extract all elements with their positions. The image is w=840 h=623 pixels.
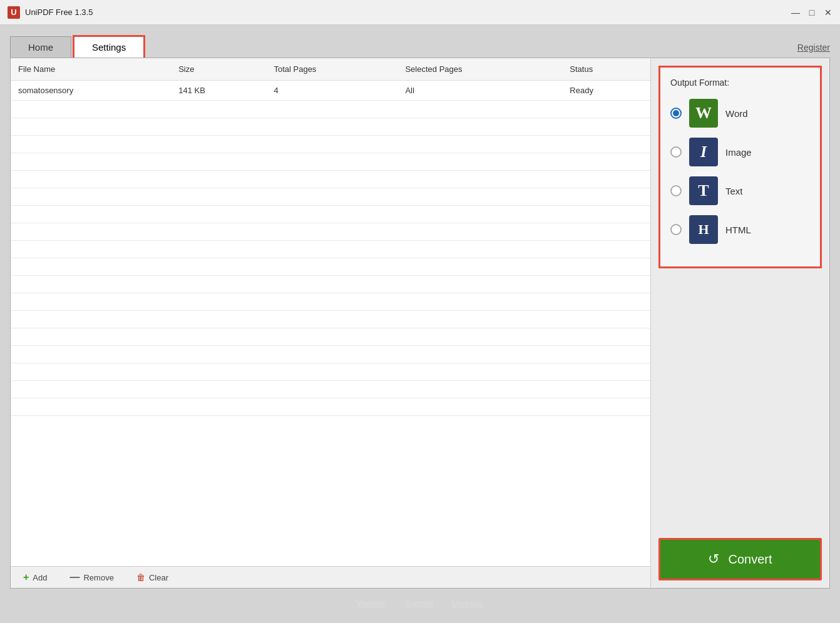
radio-image[interactable]: [670, 146, 682, 158]
right-panel: Output Format: W Word I Image: [651, 58, 829, 588]
cell-filename: somatosensory: [11, 81, 171, 101]
convert-label: Convert: [728, 552, 772, 567]
table-row-empty: [11, 398, 650, 416]
format-option-image[interactable]: I Image: [670, 138, 810, 166]
table-row-empty: [11, 363, 650, 381]
table-row-empty: [11, 171, 650, 188]
tab-home[interactable]: Home: [10, 36, 71, 58]
add-label: Add: [33, 573, 47, 582]
convert-button[interactable]: ↺ Convert: [658, 538, 822, 580]
inner-layout: File Name Size Total Pages Selected Page…: [11, 58, 829, 588]
format-option-text[interactable]: T Text: [670, 176, 810, 205]
format-label-word: Word: [725, 108, 748, 119]
radio-text[interactable]: [670, 185, 682, 196]
table-row-empty: [11, 381, 650, 398]
cell-selectedpages: All: [397, 81, 562, 101]
window-controls: — □ ✕: [790, 7, 834, 18]
bottom-toolbar: + Add — Remove 🗑 Clear: [11, 566, 650, 588]
remove-button[interactable]: — Remove: [64, 570, 118, 584]
table-row[interactable]: somatosensory 141 KB 4 All Ready: [11, 81, 650, 101]
file-table-wrapper: File Name Size Total Pages Selected Page…: [11, 58, 651, 588]
clear-button[interactable]: 🗑 Clear: [131, 570, 173, 584]
output-format-title: Output Format:: [670, 78, 810, 88]
format-option-word[interactable]: W Word: [670, 99, 810, 128]
radio-html[interactable]: [670, 224, 682, 235]
register-link[interactable]: Register: [797, 43, 830, 53]
app-icon: U: [8, 6, 20, 19]
radio-word[interactable]: [670, 108, 682, 119]
cell-totalpages: 4: [266, 81, 397, 101]
add-icon: +: [23, 572, 29, 583]
clear-icon: 🗑: [136, 572, 145, 582]
footer-website[interactable]: Website: [357, 599, 386, 608]
table-row-empty: [11, 118, 650, 136]
html-icon: H: [689, 215, 718, 244]
col-header-status: Status: [562, 58, 650, 81]
footer-support[interactable]: Support: [405, 599, 434, 608]
table-row-empty: [11, 223, 650, 241]
footer: Website Support Upgrade: [10, 589, 830, 613]
main-window: Home Settings Register File Name Size To…: [0, 25, 840, 623]
col-header-totalpages: Total Pages: [266, 58, 397, 81]
image-icon: I: [689, 138, 718, 166]
table-row-empty: [11, 328, 650, 346]
table-row-empty: [11, 188, 650, 206]
format-label-html: HTML: [725, 225, 751, 235]
table-row-empty: [11, 276, 650, 293]
clear-label: Clear: [149, 573, 168, 582]
table-row-empty: [11, 153, 650, 171]
text-icon: T: [689, 176, 718, 205]
app-title: UniPDF Free 1.3.5: [25, 8, 93, 17]
output-format-box: Output Format: W Word I Image: [658, 66, 822, 268]
format-label-text: Text: [725, 186, 743, 196]
table-row-empty: [11, 346, 650, 363]
cell-size: 141 KB: [171, 81, 266, 101]
format-option-html[interactable]: H HTML: [670, 215, 810, 244]
col-header-selectedpages: Selected Pages: [397, 58, 562, 81]
table-row-empty: [11, 101, 650, 118]
col-header-size: Size: [171, 58, 266, 81]
word-icon: W: [689, 99, 718, 128]
format-label-image: Image: [725, 147, 752, 158]
table-row-empty: [11, 258, 650, 276]
table-row-empty: [11, 206, 650, 223]
table-row-empty: [11, 293, 650, 311]
remove-label: Remove: [83, 573, 113, 582]
right-panel-spacer: [651, 276, 829, 532]
titlebar: U UniPDF Free 1.3.5 — □ ✕: [0, 0, 840, 25]
tab-settings[interactable]: Settings: [73, 35, 145, 58]
cell-status: Ready: [562, 81, 650, 101]
content-area: File Name Size Total Pages Selected Page…: [10, 58, 830, 589]
table-row-empty: [11, 241, 650, 258]
minimize-button[interactable]: —: [790, 7, 801, 18]
close-button[interactable]: ✕: [822, 7, 834, 18]
restore-button[interactable]: □: [806, 7, 817, 18]
table-row-empty: [11, 311, 650, 328]
remove-icon: —: [69, 572, 79, 583]
convert-btn-wrapper: ↺ Convert: [651, 532, 829, 588]
table-row-empty: [11, 136, 650, 153]
col-header-filename: File Name: [11, 58, 171, 81]
tab-bar: Home Settings Register: [10, 35, 830, 58]
footer-upgrade[interactable]: Upgrade: [452, 599, 483, 608]
file-table: File Name Size Total Pages Selected Page…: [11, 58, 650, 416]
file-table-scroll: File Name Size Total Pages Selected Page…: [11, 58, 650, 566]
add-button[interactable]: + Add: [18, 570, 52, 584]
convert-icon: ↺: [708, 551, 719, 567]
